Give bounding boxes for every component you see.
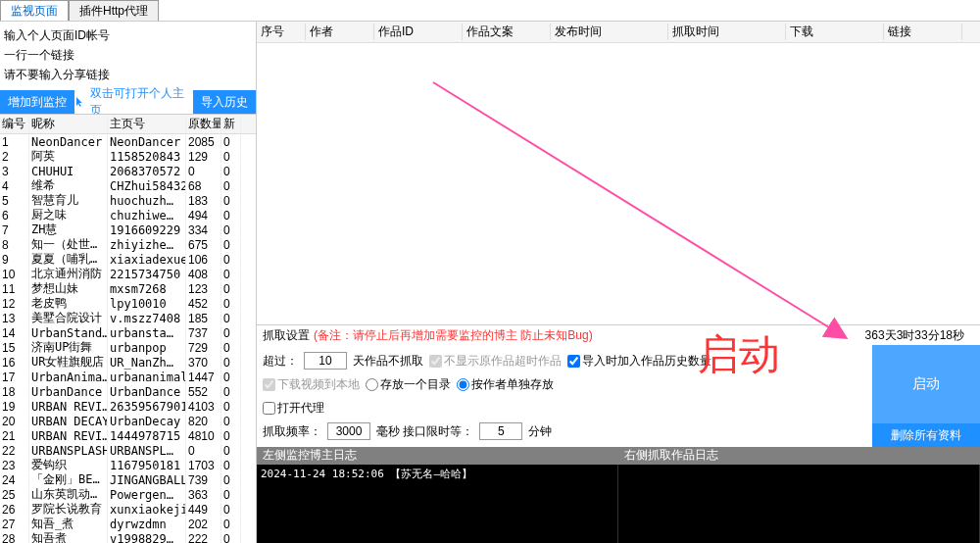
open-proxy-checkbox[interactable] bbox=[263, 402, 275, 415]
cell-new: 0 bbox=[221, 194, 241, 208]
table-row[interactable]: 16UR女鞋旗舰店UR_NanZh…3700 bbox=[0, 355, 256, 370]
cell-nick: 知吾煮 bbox=[29, 530, 108, 543]
table-row[interactable]: 11梦想山妹mxsm72681230 bbox=[0, 281, 256, 296]
user-table: 编号 昵称 主页号 原数量 新 1NeonDancerNeonDancer208… bbox=[0, 114, 256, 543]
table-row[interactable]: 8知一（处世…zhiyizhe…6750 bbox=[0, 237, 256, 252]
import-history-button[interactable]: 导入历史 bbox=[193, 90, 256, 114]
cell-id: 3 bbox=[0, 165, 29, 178]
cell-orig: 552 bbox=[186, 385, 221, 399]
cell-orig: 739 bbox=[186, 473, 221, 487]
col-workid[interactable]: 作品ID bbox=[374, 24, 463, 40]
cell-page: 26359567901 bbox=[108, 400, 186, 414]
table-row[interactable]: 15济南UP街舞urbanpop7290 bbox=[0, 340, 256, 355]
cell-new: 0 bbox=[221, 341, 241, 355]
table-row[interactable]: 22URBANSPLASHcURBANSPL…00 bbox=[0, 443, 256, 458]
table-row[interactable]: 20URBAN DECAYUrbanDecay8200 bbox=[0, 414, 256, 428]
col-link[interactable]: 链接 bbox=[884, 24, 962, 40]
table-row[interactable]: 2阿英11585208431290 bbox=[0, 149, 256, 164]
cell-page: JINGANGBALL bbox=[108, 473, 186, 487]
table-row[interactable]: 28知吾煮v1998829…2220 bbox=[0, 531, 256, 543]
import-history-checkbox[interactable] bbox=[567, 355, 580, 368]
cell-new: 0 bbox=[221, 459, 241, 472]
cell-new: 0 bbox=[221, 518, 241, 531]
col-new[interactable]: 新 bbox=[221, 116, 241, 132]
cell-new: 0 bbox=[221, 488, 241, 502]
col-text[interactable]: 作品文案 bbox=[463, 24, 551, 40]
table-row[interactable]: 18UrbanDanceUrbanDance5520 bbox=[0, 384, 256, 399]
wait-input[interactable] bbox=[479, 422, 522, 440]
cell-orig: 106 bbox=[186, 253, 221, 267]
cell-new: 0 bbox=[221, 326, 241, 340]
table-row[interactable]: 21URBAN REVI…144497871548100 bbox=[0, 428, 256, 443]
table-row[interactable]: 12老皮鸭lpy100104520 bbox=[0, 296, 256, 311]
left-log-title: 左侧监控博主日志 bbox=[257, 447, 618, 465]
cell-id: 11 bbox=[0, 282, 29, 296]
table-row[interactable]: 5智慧育儿huochuzh…1830 bbox=[0, 193, 256, 208]
cell-nick: URBANSPLASHc bbox=[29, 444, 108, 458]
col-seq[interactable]: 序号 bbox=[257, 24, 306, 40]
table-row[interactable]: 26罗院长说教育xunxiaokeji4490 bbox=[0, 502, 256, 517]
cell-page: 1916609229 bbox=[108, 223, 186, 237]
table-row[interactable]: 23爱钩织116795018117030 bbox=[0, 458, 256, 472]
cell-id: 7 bbox=[0, 223, 29, 237]
cell-orig: 0 bbox=[186, 165, 221, 178]
add-monitor-button[interactable]: 增加到监控 bbox=[0, 90, 74, 114]
table-row[interactable]: 4维希CHZhui58432680 bbox=[0, 178, 256, 193]
exceed-input[interactable] bbox=[304, 352, 347, 370]
col-id[interactable]: 编号 bbox=[0, 116, 29, 132]
cell-id: 20 bbox=[0, 415, 29, 428]
cell-orig: 408 bbox=[186, 268, 221, 281]
cell-page: CHZhui58432 bbox=[108, 179, 186, 193]
cell-page: dyrwzdmn bbox=[108, 518, 186, 531]
works-table-body: 启动 bbox=[257, 43, 980, 324]
cell-orig: 0 bbox=[186, 444, 221, 458]
hints: 输入个人页面ID帐号 一行一个链接 请不要输入分享链接 bbox=[0, 22, 256, 88]
table-row[interactable]: 25山东英凯动…Powergen…3630 bbox=[0, 487, 256, 502]
right-log[interactable] bbox=[618, 465, 980, 543]
col-nick[interactable]: 昵称 bbox=[29, 116, 108, 132]
table-row[interactable]: 13美墅合院设计v.mszz74081850 bbox=[0, 311, 256, 325]
table-row[interactable]: 14UrbanStand…urbansta…7370 bbox=[0, 325, 256, 340]
col-page[interactable]: 主页号 bbox=[108, 116, 186, 132]
col-author[interactable]: 作者 bbox=[306, 24, 374, 40]
table-row[interactable]: 9夏夏（哺乳…xiaxiadexue1060 bbox=[0, 252, 256, 267]
cell-id: 6 bbox=[0, 209, 29, 222]
table-row[interactable]: 24「金刚」BE…JINGANGBALL7390 bbox=[0, 472, 256, 487]
table-row[interactable]: 3CHUHUI206837057200 bbox=[0, 164, 256, 178]
cell-nick: 美墅合院设计 bbox=[29, 310, 108, 326]
delete-all-button[interactable]: 删除所有资料 bbox=[872, 423, 980, 447]
hint-2: 一行一个链接 bbox=[4, 45, 252, 65]
cell-id: 25 bbox=[0, 488, 29, 502]
cell-orig: 737 bbox=[186, 326, 221, 340]
start-button[interactable]: 启动 bbox=[872, 345, 980, 423]
cell-new: 0 bbox=[221, 209, 241, 222]
table-row[interactable]: 7ZH慧19166092293340 bbox=[0, 222, 256, 237]
table-row[interactable]: 6厨之味chuzhiwe…4940 bbox=[0, 208, 256, 222]
per-author-radio[interactable] bbox=[457, 378, 469, 391]
table-row[interactable]: 1NeonDancerNeonDancer20850 bbox=[0, 134, 256, 149]
cell-page: v.mszz7408 bbox=[108, 312, 186, 325]
col-orig[interactable]: 原数量 bbox=[186, 116, 221, 132]
table-row[interactable]: 27知吾_煮dyrwzdmn2020 bbox=[0, 517, 256, 531]
cell-orig: 449 bbox=[186, 503, 221, 517]
table-row[interactable]: 19URBAN REVI…2635956790141030 bbox=[0, 399, 256, 414]
col-pub[interactable]: 发布时间 bbox=[551, 24, 668, 40]
one-dir-radio[interactable] bbox=[366, 378, 378, 391]
cell-nick: URBAN REVI… bbox=[29, 400, 108, 414]
tab-monitor[interactable]: 监视页面 bbox=[0, 0, 69, 21]
table-row[interactable]: 17UrbanAnima…urbananimal14470 bbox=[0, 370, 256, 384]
tab-proxy[interactable]: 插件Http代理 bbox=[69, 0, 159, 21]
cell-orig: 1447 bbox=[186, 370, 221, 384]
cell-orig: 820 bbox=[186, 415, 221, 428]
col-fetch[interactable]: 抓取时间 bbox=[668, 24, 786, 40]
cell-id: 13 bbox=[0, 312, 29, 325]
cell-orig: 4810 bbox=[186, 429, 221, 443]
table-row[interactable]: 10北京通州消防22157347504080 bbox=[0, 267, 256, 281]
cell-id: 12 bbox=[0, 297, 29, 311]
freq-input[interactable] bbox=[327, 422, 370, 440]
cell-id: 24 bbox=[0, 473, 29, 487]
cell-new: 0 bbox=[221, 400, 241, 414]
col-dl[interactable]: 下载 bbox=[786, 24, 884, 40]
cell-orig: 1703 bbox=[186, 459, 221, 472]
left-log[interactable]: 2024-11-24 18:52:06 【苏无名—哈哈】 bbox=[257, 465, 618, 543]
